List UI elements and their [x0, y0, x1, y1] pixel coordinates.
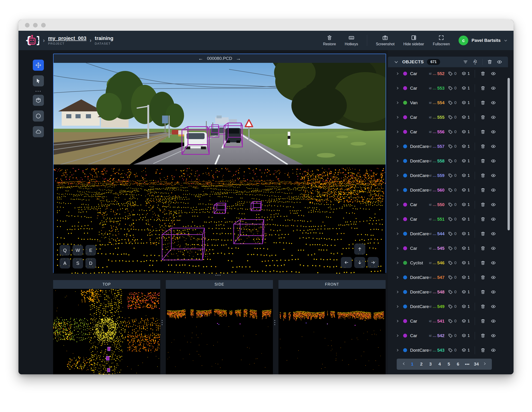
expand-chevron-icon[interactable]: [396, 116, 401, 119]
toggle-object-visibility-button[interactable]: [491, 275, 496, 280]
object-row[interactable]: Car id ... 556 0 1: [388, 125, 508, 139]
pointcloud-view[interactable]: Q W E A S D: [54, 166, 386, 274]
arrow-down-key[interactable]: [354, 257, 365, 268]
delete-object-button[interactable]: [481, 100, 485, 105]
main-canvas[interactable]: ← 000080.PCD →: [53, 54, 386, 273]
pagination-page[interactable]: 2: [419, 362, 424, 367]
expand-chevron-icon[interactable]: [396, 174, 401, 177]
object-row[interactable]: Car id ... 550 0 1: [388, 197, 508, 212]
cuboid-tool-button[interactable]: [33, 95, 44, 106]
front-view-canvas[interactable]: [278, 289, 386, 374]
pagination-next-button[interactable]: [482, 362, 487, 367]
object-row[interactable]: Car id ... 545 0 1: [388, 241, 508, 255]
toggle-object-visibility-button[interactable]: [491, 290, 496, 294]
window-close-button[interactable]: [25, 23, 29, 28]
expand-chevron-icon[interactable]: [396, 159, 401, 163]
window-minimize-button[interactable]: [33, 23, 38, 28]
expand-chevron-icon[interactable]: [396, 145, 401, 148]
object-row[interactable]: DontCare id ... 544 0 1: [388, 226, 508, 241]
toggle-object-visibility-button[interactable]: [491, 86, 496, 91]
object-row[interactable]: Car id ... 552 0 1: [388, 66, 508, 81]
cloud-tool-button[interactable]: [33, 126, 44, 137]
delete-object-button[interactable]: [481, 86, 485, 91]
delete-object-button[interactable]: [481, 260, 485, 265]
pagination-prev-button[interactable]: [401, 362, 406, 367]
window-zoom-button[interactable]: [41, 23, 46, 28]
sort-az-icon[interactable]: [473, 59, 478, 64]
toggle-object-visibility-button[interactable]: [491, 260, 496, 265]
toggle-object-visibility-button[interactable]: [491, 202, 496, 207]
object-row[interactable]: Car id ... 555 0 1: [388, 110, 508, 125]
pagination-page[interactable]: 6: [456, 362, 461, 367]
breadcrumb-project[interactable]: my_project_003 PROJECT: [48, 35, 86, 46]
arrow-up-key[interactable]: [354, 244, 365, 255]
key-d[interactable]: D: [86, 258, 96, 268]
top-view-canvas[interactable]: [53, 289, 160, 374]
horizontal-resize-handle[interactable]: [215, 275, 220, 276]
delete-object-button[interactable]: [481, 129, 485, 134]
object-row[interactable]: DontCare id ... 548 0 1: [388, 285, 508, 299]
object-row[interactable]: Car id ... 541 0 1: [388, 314, 508, 328]
key-e[interactable]: E: [86, 245, 96, 255]
filter-icon[interactable]: [463, 59, 468, 64]
expand-chevron-icon[interactable]: [396, 246, 401, 250]
object-row[interactable]: Car id ... 553 0 1: [388, 81, 508, 95]
delete-object-button[interactable]: [481, 144, 485, 149]
object-row[interactable]: DontCare id ... 547 0 1: [388, 270, 508, 285]
expand-chevron-icon[interactable]: [396, 319, 401, 323]
hotkeys-button[interactable]: Hotkeys: [345, 35, 358, 46]
toggle-object-visibility-button[interactable]: [491, 348, 496, 353]
toggle-object-visibility-button[interactable]: [491, 129, 496, 134]
toggle-object-visibility-button[interactable]: [491, 173, 496, 178]
object-row[interactable]: DontCare id ... 543 0 1: [388, 343, 508, 357]
hide-sidebar-button[interactable]: Hide sidebar: [403, 35, 424, 46]
side-view-canvas[interactable]: [166, 289, 273, 374]
toggle-object-visibility-button[interactable]: [491, 246, 496, 251]
key-a[interactable]: A: [60, 258, 70, 268]
toggle-object-visibility-button[interactable]: [491, 71, 496, 76]
delete-object-button[interactable]: [481, 275, 485, 280]
object-row[interactable]: DontCare id ... 558 0 1: [388, 154, 508, 168]
panel-resize-handle-1[interactable]: [162, 320, 162, 325]
delete-object-button[interactable]: [481, 202, 485, 207]
expand-chevron-icon[interactable]: [396, 276, 401, 279]
delete-object-button[interactable]: [481, 333, 485, 338]
pagination-page[interactable]: 4: [437, 362, 442, 367]
toggle-object-visibility-button[interactable]: [491, 188, 496, 193]
expand-chevron-icon[interactable]: [396, 305, 401, 308]
delete-object-button[interactable]: [481, 71, 485, 76]
expand-chevron-icon[interactable]: [396, 101, 401, 104]
expand-chevron-icon[interactable]: [396, 348, 401, 352]
project-name[interactable]: my_project_003: [48, 35, 86, 41]
pagination-page[interactable]: •••: [465, 362, 470, 367]
screenshot-button[interactable]: Screenshot: [376, 35, 395, 46]
user-menu[interactable]: c Pavel Bartsits: [459, 36, 508, 45]
front-view-panel[interactable]: FRONT: [278, 280, 386, 374]
sidebar-scrollbar[interactable]: [508, 78, 510, 230]
object-row[interactable]: DontCare id ... 549 0 1: [388, 299, 508, 314]
expand-chevron-icon[interactable]: [396, 188, 401, 192]
key-w[interactable]: W: [73, 245, 83, 255]
object-row[interactable]: Car id ... 542 0 1: [388, 328, 508, 343]
toggle-object-visibility-button[interactable]: [491, 217, 496, 222]
delete-object-button[interactable]: [481, 158, 485, 163]
pagination-page[interactable]: 3: [428, 362, 433, 367]
delete-all-icon[interactable]: [487, 59, 492, 64]
toggle-object-visibility-button[interactable]: [491, 304, 496, 309]
app-logo[interactable]: { }: [24, 34, 40, 47]
delete-object-button[interactable]: [481, 348, 485, 353]
top-view-panel[interactable]: TOP: [53, 280, 160, 374]
pagination-page[interactable]: 1: [410, 362, 415, 367]
arrow-right-key[interactable]: [368, 257, 379, 268]
delete-object-button[interactable]: [481, 188, 485, 193]
arrow-left-key[interactable]: [341, 257, 352, 268]
delete-object-button[interactable]: [481, 217, 485, 222]
object-row[interactable]: DontCare id ... 559 0 1: [388, 168, 508, 183]
object-row[interactable]: Cyclist id ... 546 0 1: [388, 255, 508, 270]
expand-chevron-icon[interactable]: [396, 261, 401, 265]
toggle-object-visibility-button[interactable]: [491, 100, 496, 105]
tool-rail-more[interactable]: [36, 91, 41, 92]
delete-object-button[interactable]: [481, 115, 485, 120]
expand-chevron-icon[interactable]: [396, 130, 401, 134]
next-frame-button[interactable]: →: [236, 56, 241, 61]
